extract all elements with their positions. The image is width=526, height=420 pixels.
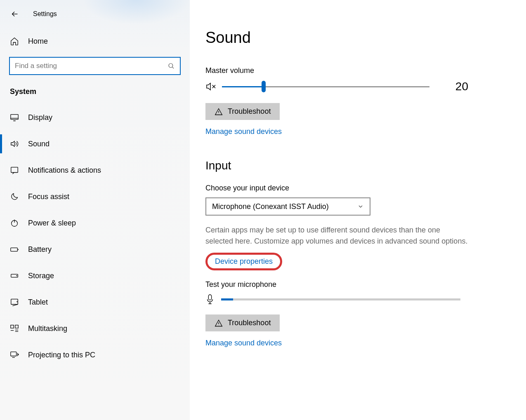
- search-input[interactable]: [15, 62, 167, 70]
- manage-output-devices-link[interactable]: Manage sound devices: [205, 127, 282, 136]
- volume-value: 20: [443, 80, 468, 93]
- home-icon: [10, 37, 19, 46]
- svg-point-6: [17, 275, 17, 276]
- svg-rect-9: [11, 325, 14, 328]
- sidebar-item-label: Tablet: [28, 298, 48, 307]
- speaker-mute-icon[interactable]: [205, 82, 216, 91]
- notification-icon: [10, 166, 19, 175]
- master-volume-label: Master volume: [205, 66, 468, 75]
- page-title: Sound: [205, 29, 468, 47]
- sidebar-item-label: Sound: [28, 140, 50, 148]
- volume-row: 20: [205, 80, 468, 93]
- project-icon: [10, 350, 19, 359]
- select-value: Microphone (Conexant ISST Audio): [212, 202, 329, 211]
- sidebar-item-label: Power & sleep: [28, 219, 76, 228]
- sidebar-item-label: Battery: [28, 245, 52, 254]
- sidebar-item-projecting[interactable]: Projecting to this PC: [0, 342, 190, 368]
- svg-rect-11: [11, 352, 17, 356]
- category-header: System: [0, 82, 190, 104]
- search-box[interactable]: [9, 57, 181, 75]
- sidebar-item-multitasking[interactable]: Multitasking: [0, 315, 190, 342]
- titlebar: Settings: [0, 5, 190, 30]
- sidebar-item-label: Focus assist: [28, 192, 69, 201]
- tablet-icon: [10, 298, 19, 307]
- device-properties-link[interactable]: Device properties: [215, 257, 273, 266]
- nav-list: DisplaySoundNotifications & actionsFocus…: [0, 104, 190, 368]
- slider-thumb[interactable]: [262, 81, 266, 92]
- svg-rect-10: [15, 325, 18, 328]
- troubleshoot-input-button[interactable]: Troubleshoot: [205, 314, 280, 331]
- button-label: Troubleshoot: [228, 319, 271, 327]
- sidebar-item-display[interactable]: Display: [0, 104, 190, 131]
- mic-level-fill: [221, 298, 233, 300]
- sidebar-item-sound[interactable]: Sound: [0, 131, 190, 157]
- sidebar-item-power-sleep[interactable]: Power & sleep: [0, 210, 190, 236]
- microphone-icon: [205, 294, 215, 305]
- input-section-header: Input: [205, 159, 468, 172]
- settings-window: Settings Home System DisplaySoundNotific…: [0, 0, 526, 420]
- home-label: Home: [28, 37, 48, 46]
- mic-test-row: [205, 294, 468, 305]
- annotation-highlight: Device properties: [205, 253, 282, 270]
- search-icon: [167, 62, 175, 70]
- monitor-icon: [10, 113, 19, 122]
- sidebar-item-focus-assist[interactable]: Focus assist: [0, 183, 190, 210]
- back-button[interactable]: [7, 7, 22, 21]
- app-title: Settings: [33, 10, 57, 18]
- manage-input-devices-link[interactable]: Manage sound devices: [205, 339, 282, 347]
- test-mic-label: Test your microphone: [205, 280, 468, 289]
- warning-icon: [215, 108, 223, 116]
- svg-point-0: [169, 63, 173, 68]
- sidebar-item-label: Multitasking: [28, 324, 67, 333]
- choose-input-label: Choose your input device: [205, 184, 468, 192]
- mic-level-bar: [221, 298, 460, 300]
- moon-icon: [10, 192, 19, 201]
- storage-icon: [10, 271, 19, 280]
- svg-rect-4: [11, 248, 18, 251]
- speaker-icon: [10, 139, 19, 148]
- slider-fill: [222, 86, 264, 87]
- svg-point-8: [17, 302, 17, 302]
- warning-icon: [215, 319, 223, 327]
- power-icon: [10, 218, 19, 228]
- sidebar-item-tablet[interactable]: Tablet: [0, 289, 190, 315]
- battery-icon: [10, 245, 19, 254]
- sidebar: Settings Home System DisplaySoundNotific…: [0, 0, 190, 420]
- svg-rect-1: [11, 115, 18, 120]
- sidebar-item-storage[interactable]: Storage: [0, 263, 190, 289]
- button-label: Troubleshoot: [228, 107, 271, 116]
- sidebar-item-label: Display: [28, 113, 52, 122]
- sidebar-item-label: Projecting to this PC: [28, 351, 95, 359]
- sidebar-item-battery[interactable]: Battery: [0, 236, 190, 263]
- sidebar-item-label: Notifications & actions: [28, 166, 101, 175]
- arrow-left-icon: [10, 9, 19, 19]
- input-device-select[interactable]: Microphone (Conexant ISST Audio): [205, 197, 370, 216]
- volume-slider[interactable]: [222, 82, 429, 92]
- svg-rect-12: [208, 295, 211, 300]
- troubleshoot-output-button[interactable]: Troubleshoot: [205, 103, 280, 120]
- home-nav[interactable]: Home: [0, 30, 190, 53]
- chevron-down-icon: [357, 203, 364, 210]
- main-content: Sound Master volume 20 Troubleshoot Mana…: [190, 0, 526, 420]
- search-container: [0, 53, 190, 82]
- svg-rect-2: [11, 167, 18, 173]
- multitask-icon: [10, 324, 19, 333]
- input-hint-text: Certain apps may be set up to use differ…: [205, 225, 468, 247]
- sidebar-item-notifications[interactable]: Notifications & actions: [0, 157, 190, 183]
- sidebar-item-label: Storage: [28, 272, 54, 280]
